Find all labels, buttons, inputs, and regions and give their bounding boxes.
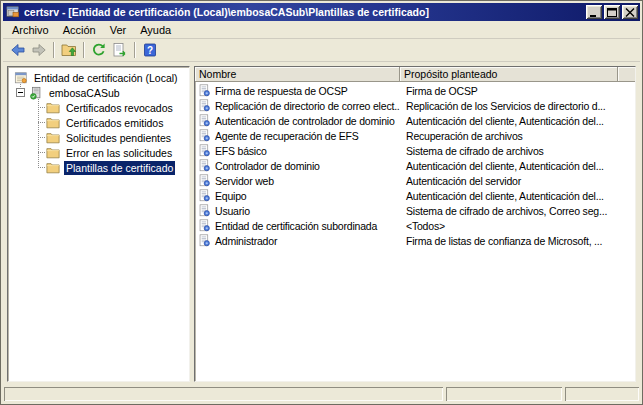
certificate-template-icon xyxy=(198,189,211,202)
table-row[interactable]: Equipo Autenticación del cliente, Autent… xyxy=(195,188,635,203)
toolbar xyxy=(3,39,640,62)
folder-icon xyxy=(46,116,60,130)
template-purpose: Sistema de cifrado de archivos xyxy=(400,145,618,157)
tree-item-certificados-revocados[interactable]: Certificados revocados xyxy=(8,100,189,115)
folder-icon xyxy=(46,146,60,160)
tree-item-certificados-emitidos[interactable]: Certificados emitidos xyxy=(8,115,189,130)
window-title: certsrv - [Entidad de certificación (Loc… xyxy=(24,6,582,18)
list-rows: Firma de respuesta de OCSP Firma de OCSP… xyxy=(195,82,635,381)
template-name: EFS básico xyxy=(215,145,267,157)
status-section-right xyxy=(565,387,639,401)
menu-ver[interactable]: Ver xyxy=(104,22,135,38)
maximize-button[interactable] xyxy=(604,5,620,19)
certificate-template-icon xyxy=(198,129,211,142)
mmc-console-icon xyxy=(6,5,20,19)
folder-icon xyxy=(46,161,60,175)
template-purpose: Recuperación de archivos xyxy=(400,130,618,142)
template-purpose: Sistema de cifrado de archivos, Correo s… xyxy=(400,205,618,217)
table-row[interactable]: Administrador Firma de listas de confian… xyxy=(195,233,635,248)
certificate-template-icon xyxy=(198,219,211,232)
certificate-template-icon xyxy=(198,114,211,127)
certificate-template-icon xyxy=(198,204,211,217)
back-arrow-icon xyxy=(10,42,26,58)
template-name: Autenticación de controlador de dominio xyxy=(215,115,395,127)
tree-item-root[interactable]: Entidad de certificación (Local) xyxy=(8,70,189,85)
template-purpose: <Todos> xyxy=(400,220,618,232)
folder-icon xyxy=(46,131,60,145)
template-name: Agente de recuperación de EFS xyxy=(215,130,359,142)
tree-item-label: Solicitudes pendientes xyxy=(64,131,173,145)
refresh-icon xyxy=(91,42,107,58)
toolbar-separator xyxy=(83,42,84,58)
help-button[interactable] xyxy=(139,40,160,60)
table-row[interactable]: Controlador de dominio Autenticación del… xyxy=(195,158,635,173)
menu-bar: Archivo Acción Ver Ayuda xyxy=(3,21,640,39)
tree-item-label: Certificados revocados xyxy=(64,101,175,115)
toolbar-separator xyxy=(53,42,54,58)
tree-item-plantillas-certificado[interactable]: Plantillas de certificado xyxy=(8,160,189,175)
list-header: Nombre Propósito planteado xyxy=(195,67,635,82)
template-purpose: Autenticación del cliente, Autenticación… xyxy=(400,115,618,127)
menu-accion[interactable]: Acción xyxy=(57,22,104,38)
up-one-level-button[interactable] xyxy=(58,40,79,60)
export-list-button[interactable] xyxy=(109,40,130,60)
forward-arrow-icon xyxy=(31,42,47,58)
template-purpose: Firma de OCSP xyxy=(400,85,618,97)
tree-item-solicitudes-pendientes[interactable]: Solicitudes pendientes xyxy=(8,130,189,145)
table-row[interactable]: Entidad de certificación subordinada <To… xyxy=(195,218,635,233)
template-purpose: Autenticación del servidor xyxy=(400,175,618,187)
maximize-icon xyxy=(607,8,617,17)
table-row[interactable]: Usuario Sistema de cifrado de archivos, … xyxy=(195,203,635,218)
column-header-nombre[interactable]: Nombre xyxy=(195,67,400,82)
status-section-main xyxy=(4,387,443,401)
certificate-template-icon xyxy=(198,159,211,172)
table-row[interactable]: Firma de respuesta de OCSP Firma de OCSP xyxy=(195,83,635,98)
template-list-panel: Nombre Propósito planteado Firma de resp… xyxy=(194,66,636,382)
certificate-template-icon xyxy=(198,84,211,97)
table-row[interactable]: EFS básico Sistema de cifrado de archivo… xyxy=(195,143,635,158)
template-purpose: Replicación de los Servicios de director… xyxy=(400,100,618,112)
column-header-proposito[interactable]: Propósito planteado xyxy=(400,67,618,82)
template-purpose: Autenticación del cliente, Autenticación… xyxy=(400,160,618,172)
window-controls xyxy=(586,5,638,19)
menu-ayuda[interactable]: Ayuda xyxy=(134,22,179,38)
close-icon xyxy=(625,8,635,17)
minimize-button[interactable] xyxy=(586,5,602,19)
export-list-icon xyxy=(112,42,128,58)
tree-item-label: Certificados emitidos xyxy=(64,116,165,130)
template-name: Replicación de directorio de correo elec… xyxy=(215,100,400,112)
collapse-expander-icon[interactable] xyxy=(16,88,25,97)
help-icon xyxy=(142,42,158,58)
status-bar xyxy=(3,385,640,402)
minimize-icon xyxy=(589,8,599,17)
back-button[interactable] xyxy=(7,40,28,60)
certsrv-window: certsrv - [Entidad de certificación (Loc… xyxy=(0,0,643,405)
tree-item-label: Error en las solicitudes xyxy=(64,146,174,160)
template-name: Administrador xyxy=(215,235,277,247)
tree-item-label: embosaCASub xyxy=(47,86,122,100)
certificate-template-icon xyxy=(198,144,211,157)
menu-archivo[interactable]: Archivo xyxy=(6,22,57,38)
table-row[interactable]: Agente de recuperación de EFS Recuperaci… xyxy=(195,128,635,143)
table-row[interactable]: Replicación de directorio de correo elec… xyxy=(195,98,635,113)
toolbar-separator xyxy=(134,42,135,58)
template-name: Equipo xyxy=(215,190,247,202)
refresh-button[interactable] xyxy=(88,40,109,60)
tree-item-error-solicitudes[interactable]: Error en las solicitudes xyxy=(8,145,189,160)
template-name: Usuario xyxy=(215,205,250,217)
template-purpose: Firma de listas de confianza de Microsof… xyxy=(400,235,618,247)
close-button[interactable] xyxy=(622,5,638,19)
column-header-filler xyxy=(618,67,635,82)
tree-item-ca[interactable]: embosaCASub xyxy=(8,85,189,100)
main-area: Entidad de certificación (Local) embosaC… xyxy=(3,62,640,385)
table-row[interactable]: Autenticación de controlador de dominio … xyxy=(195,113,635,128)
table-row[interactable]: Servidor web Autenticación del servidor xyxy=(195,173,635,188)
template-name: Firma de respuesta de OCSP xyxy=(215,85,348,97)
up-folder-icon xyxy=(61,42,77,58)
folder-icon xyxy=(46,101,60,115)
ca-server-icon xyxy=(29,86,43,100)
certificate-template-icon xyxy=(198,174,211,187)
title-bar: certsrv - [Entidad de certificación (Loc… xyxy=(3,3,640,21)
status-section-middle xyxy=(446,387,562,401)
forward-button[interactable] xyxy=(28,40,49,60)
